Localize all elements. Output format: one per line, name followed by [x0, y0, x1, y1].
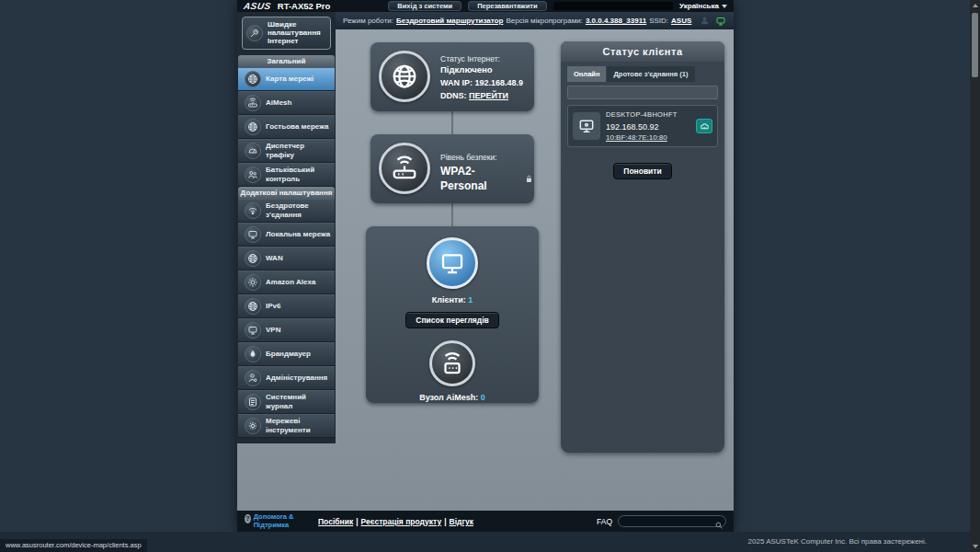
sidebar-item-amazon-alexa[interactable]: Amazon Alexa [238, 270, 335, 294]
reboot-button[interactable]: Перезавантажити [468, 1, 546, 11]
browser-viewport: ASUS RT-AX52 Pro Вихід з системи Перезав… [0, 0, 980, 552]
security-router-icon[interactable] [379, 143, 430, 194]
family-icon [245, 167, 261, 183]
feedback-link[interactable]: Відгук [450, 517, 473, 526]
app-body: Режим роботи: Бездротовий маршрутизатор … [237, 12, 734, 511]
language-selector[interactable]: Українська [679, 2, 727, 10]
help-circle-icon: ? [245, 514, 251, 523]
internet-status-text: Статус Інтернет: Підключено WAN IP: 192.… [440, 54, 523, 102]
client-mac-link[interactable]: 10:BF:48:7E:10:80 [606, 133, 690, 142]
internet-status-card[interactable]: Статус Інтернет: Підключено WAN IP: 192.… [370, 42, 534, 111]
status-icons [700, 16, 726, 27]
router-admin-app: ASUS RT-AX52 Pro Вихід з системи Перезав… [237, 0, 734, 532]
sidebar-item-guest-network[interactable]: Гостьова мережа [238, 115, 335, 139]
app-footer: ? Допомога & Підтримка Посібник|Реєстрац… [237, 511, 734, 532]
router-icon [245, 95, 261, 111]
aimesh-node-icon[interactable] [429, 340, 475, 386]
firmware-version-link[interactable]: 3.0.0.4.388_33911 [586, 17, 646, 25]
internet-online-icon[interactable] [715, 16, 726, 27]
app-header: ASUS RT-AX52 Pro Вихід з системи Перезав… [237, 0, 734, 12]
footer-links: Посібник|Реєстрація продукту|Відгук [318, 517, 473, 526]
sidebar-item-wan[interactable]: WAN [238, 247, 335, 270]
header-banner-strip [553, 2, 674, 10]
admin-gear-icon [245, 370, 261, 386]
product-registration-link[interactable]: Реєстрація продукту [361, 517, 442, 526]
clients-count: 1 [468, 295, 473, 305]
scrollbar-thumb[interactable] [972, 13, 978, 77]
sidebar-item-label: Батьківський контроль [266, 166, 332, 182]
sidebar-item-label: Брандмауер [266, 350, 311, 358]
sidebar-item-label: Системний журнал [266, 393, 332, 409]
client-status-panel: Статус клієнта Онлайн Дротове з'єднання … [561, 41, 724, 453]
link-separator: | [444, 517, 446, 526]
chevron-down-icon [722, 5, 727, 8]
sidebar-item-label: Бездротове з'єднання [266, 201, 332, 218]
ddns-label: DDNS: [440, 91, 467, 100]
firewall-flame-icon [245, 346, 261, 362]
help-support-label: Допомога & Підтримка [254, 513, 305, 529]
client-list-item[interactable]: DESKTOP-4BHOHFT 192.168.50.92 10:BF:48:7… [567, 105, 718, 147]
wired-connection-icon[interactable] [696, 119, 712, 133]
sidebar-item-firewall[interactable]: Брандмауер [238, 342, 335, 366]
sidebar-item-label: Amazon Alexa [266, 278, 315, 286]
section-advanced: Додаткові налаштування [238, 187, 335, 199]
security-card[interactable]: Рівень безпеки: WPA2-Personal [370, 134, 534, 203]
sidebar-item-label: Диспетчер трафіку [266, 142, 332, 158]
sidebar-item-label: Мережеві інструменти [266, 417, 332, 433]
clients-monitor-icon[interactable] [427, 237, 478, 289]
sidebar-item-label: VPN [266, 326, 280, 334]
internet-status-label: Статус Інтернет: [440, 54, 523, 64]
sidebar-item-wireless[interactable]: Бездротове з'єднання [238, 199, 335, 223]
client-status-title: Статус клієнта [561, 41, 724, 62]
client-search-input[interactable] [567, 86, 718, 99]
scroll-down-arrow-icon[interactable] [970, 541, 980, 552]
faq-search-input[interactable] [624, 516, 712, 526]
quick-internet-setup-button[interactable]: Швидке налаштування Інтернет [242, 17, 331, 50]
sidebar-item-network-map[interactable]: Карта мережі [238, 67, 335, 91]
ssid-link[interactable]: ASUS [671, 17, 691, 25]
asus-logo: ASUS [243, 1, 272, 11]
manual-link[interactable]: Посібник [318, 517, 353, 526]
status-bar: Режим роботи: Бездротовий маршрутизатор … [336, 12, 734, 29]
client-list-icon[interactable] [700, 16, 710, 26]
clients-card: Клієнти: 1 Список переглядів Вузол AiMes… [366, 226, 539, 403]
tab-online[interactable]: Онлайн [567, 66, 606, 82]
sidebar-item-administration[interactable]: Адміністрування [238, 366, 335, 390]
lock-icon [524, 174, 534, 184]
sidebar-item-lan[interactable]: Локальна мережа [238, 223, 335, 247]
internet-status-value: Підключено [440, 64, 523, 75]
sidebar-item-traffic-manager[interactable]: Диспетчер трафіку [238, 139, 335, 163]
aimesh-node-label: Вузол AiMesh: [419, 393, 478, 402]
view-list-button[interactable]: Список переглядів [405, 312, 498, 328]
faq-search-pill [618, 515, 726, 527]
sidebar-item-network-tools[interactable]: Мережеві інструменти [238, 414, 335, 438]
refresh-button[interactable]: Поновити [613, 163, 671, 179]
wrench-gear-icon [246, 25, 263, 41]
scroll-up-arrow-icon[interactable] [970, 0, 980, 11]
internet-globe-icon[interactable] [379, 51, 430, 102]
router-model: RT-AX52 Pro [278, 1, 331, 11]
log-document-icon [245, 394, 261, 410]
faq-search: FAQ [597, 515, 726, 527]
tab-wired[interactable]: Дротове з'єднання (1) [607, 66, 694, 82]
operation-mode-link[interactable]: Бездротовий маршрутизатор [396, 17, 503, 25]
faq-label: FAQ [597, 517, 612, 526]
lan-monitor-icon [245, 226, 261, 243]
logout-button[interactable]: Вихід з системи [388, 1, 462, 11]
sidebar-item-system-log[interactable]: Системний журнал [238, 390, 335, 414]
security-text: Рівень безпеки: WPA2-Personal [440, 153, 534, 193]
sidebar-item-aimesh[interactable]: AiMesh [238, 91, 335, 115]
client-name: DESKTOP-4BHOHFT [606, 110, 690, 119]
help-support-link[interactable]: ? Допомога & Підтримка [245, 513, 305, 529]
card-connector [451, 203, 453, 226]
sidebar-item-ipv6[interactable]: IPv6 [238, 294, 335, 318]
security-level-label: Рівень безпеки: [440, 153, 534, 163]
client-ip: 192.168.50.92 [606, 122, 690, 132]
sidebar-item-vpn[interactable]: VPN [238, 318, 335, 342]
sidebar-item-parental-controls[interactable]: Батьківський контроль [238, 163, 335, 187]
page-scrollbar[interactable] [970, 0, 980, 552]
section-general: Загальний [238, 55, 335, 67]
ddns-go-link[interactable]: ПЕРЕЙТИ [469, 91, 508, 100]
client-device-icon [573, 112, 600, 140]
wifi-icon [245, 202, 261, 219]
